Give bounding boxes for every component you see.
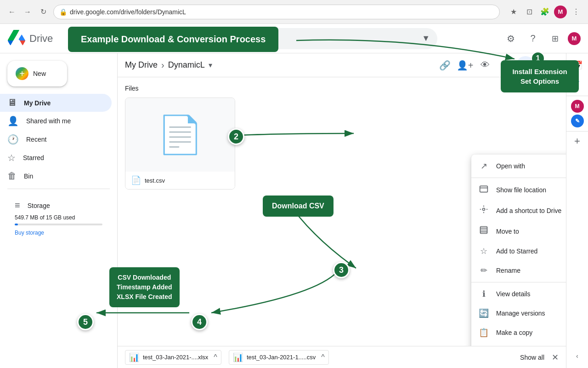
breadcrumb-separator: › (161, 60, 164, 70)
preview-button[interactable]: 👁 (476, 56, 494, 75)
menu-divider-1 (471, 178, 566, 178)
main-content: My Drive › DynamicL ▾ 🔗 👤+ 👁 🗑 ⋮ ⇅ Files (118, 53, 566, 368)
xlsx-icon: 📊 (129, 352, 139, 362)
sidebar-item-my-drive[interactable]: 🖥 My Drive (0, 94, 112, 112)
make-copy-icon: 📋 (479, 328, 489, 338)
open-with-label: Open with (496, 162, 525, 170)
csv-dl-line2: Timestamp Added (117, 282, 172, 292)
manage-versions-label: Manage versions (496, 310, 545, 317)
help-icon[interactable]: ? (524, 29, 542, 48)
xlsx-filename: test_03-Jan-2021-....xlsx (143, 354, 208, 361)
show-all-button[interactable]: Show all (520, 354, 544, 361)
reload-button[interactable]: ↻ (37, 6, 50, 18)
storage-fill (15, 224, 18, 225)
browser-bar: ← → ↻ 🔒 drive.google.com/drive/folders/D… (0, 0, 588, 24)
step-5-badge: 5 (77, 314, 94, 330)
menu-item-add-starred[interactable]: ☆ Add to Starred (471, 242, 566, 261)
forward-button[interactable]: → (21, 6, 34, 18)
svg-point-1 (483, 208, 485, 211)
menu-item-manage-versions[interactable]: 🔄 Manage versions (471, 304, 566, 323)
header-right: ⚙ ? ⊞ M (502, 29, 581, 48)
menu-item-move-to[interactable]: Move to (471, 221, 566, 242)
rp-user-avatar[interactable]: M (571, 100, 584, 113)
add-person-button[interactable]: 👤+ (456, 56, 474, 75)
download-item-xlsx[interactable]: 📊 test_03-Jan-2021-....xlsx ^ (125, 350, 221, 365)
menu-item-add-shortcut[interactable]: Add a shortcut to Drive ? (471, 200, 566, 221)
storage-section: ≡ Storage 549.7 MB of 15 GB used Buy sto… (0, 193, 117, 244)
context-menu: ↗ Open with › Show file location Add a s… (471, 155, 566, 368)
file-card[interactable]: 📄 📄 test.csv (125, 98, 235, 190)
back-button[interactable]: ← (6, 6, 18, 18)
starred-icon: ☆ (7, 152, 16, 163)
drive-toolbar: My Drive › DynamicL ▾ 🔗 👤+ 👁 🗑 ⋮ ⇅ (118, 53, 566, 77)
show-location-label: Show file location (496, 186, 546, 194)
screenshot-icon[interactable]: ⊡ (523, 6, 536, 18)
menu-divider-2 (471, 282, 566, 282)
title-annotation-text: Example Download & Conversion Process (81, 34, 266, 44)
share-link-button[interactable]: 🔗 (435, 56, 454, 75)
file-name-row: 📄 test.csv (125, 172, 235, 189)
rp-divider-middle (566, 131, 588, 132)
address-bar[interactable]: 🔒 drive.google.com/drive/folders/Dynamic… (53, 5, 500, 19)
step-2-badge: 2 (228, 128, 244, 145)
rp-add-icon[interactable]: + (574, 135, 580, 147)
menu-item-view-details[interactable]: ℹ View details (471, 284, 566, 304)
rp-divider-top (566, 96, 588, 96)
bin-icon: 🗑 (7, 171, 17, 181)
bookmark-star-icon[interactable]: ★ (507, 6, 520, 18)
add-shortcut-icon (479, 205, 489, 216)
step-5-number: 5 (83, 317, 88, 327)
my-drive-label: My Drive (24, 99, 51, 107)
sidebar-item-recent[interactable]: 🕐 Recent (0, 130, 112, 149)
move-to-label: Move to (496, 228, 519, 235)
sidebar-item-storage[interactable]: ≡ Storage (7, 196, 104, 214)
step-3-badge: 3 (333, 262, 350, 278)
breadcrumb-current[interactable]: DynamicL (168, 60, 205, 70)
shared-icon: 👤 (7, 115, 19, 126)
file-icon-large: 📄 (157, 113, 203, 156)
close-download-bar-button[interactable]: ✕ (552, 352, 559, 362)
search-dropdown-icon[interactable]: ▼ (422, 34, 430, 43)
my-drive-icon: 🖥 (7, 98, 17, 108)
menu-item-make-copy[interactable]: 📋 Make a copy (471, 323, 566, 342)
bin-label: Bin (24, 172, 33, 180)
breadcrumb-dropdown-icon[interactable]: ▾ (209, 61, 212, 69)
rp-user-avatar-blue[interactable]: ✎ (571, 115, 584, 127)
profile-avatar[interactable]: M (554, 6, 567, 18)
step-4-number: 4 (197, 317, 202, 327)
settings-icon[interactable]: ⚙ (502, 29, 520, 48)
user-avatar[interactable]: M (568, 32, 581, 45)
grid-apps-icon[interactable]: ⊞ (546, 29, 564, 48)
menu-item-open-with[interactable]: ↗ Open with › (471, 156, 566, 176)
step-4-badge: 4 (191, 314, 208, 330)
recent-label: Recent (26, 136, 46, 143)
menu-item-show-location[interactable]: Show file location (471, 180, 566, 200)
menu-item-rename[interactable]: ✏ Rename (471, 261, 566, 280)
recent-icon: 🕐 (7, 134, 19, 145)
sidebar-item-starred[interactable]: ☆ Starred (0, 149, 112, 167)
breadcrumb-root[interactable]: My Drive (125, 60, 158, 70)
file-thumbnail: 📄 (125, 98, 235, 172)
svg-rect-0 (480, 186, 488, 192)
csv-filename: test_03-Jan-2021-1.....csv (247, 354, 316, 361)
storage-label: Storage (28, 202, 50, 209)
step-2-number: 2 (234, 132, 238, 142)
shared-label: Shared with me (26, 117, 71, 125)
csv-icon: 📊 (233, 352, 243, 362)
view-details-label: View details (496, 290, 530, 298)
buy-storage-link[interactable]: Buy storage (15, 230, 44, 236)
sidebar-item-bin[interactable]: 🗑 Bin (0, 167, 112, 185)
csv-chevron-icon[interactable]: ^ (321, 353, 325, 362)
storage-used-text: 549.7 MB of 15 GB used (15, 214, 102, 221)
new-button[interactable]: + New (7, 61, 67, 86)
new-label: New (33, 70, 46, 77)
sidebar-item-shared[interactable]: 👤 Shared with me (0, 112, 112, 130)
csv-dl-line3: XLSX File Created (117, 292, 172, 302)
puzzle-extension-icon[interactable]: 🧩 (538, 6, 551, 18)
xlsx-chevron-icon[interactable]: ^ (214, 353, 217, 362)
rp-expand-icon[interactable]: › (576, 353, 578, 361)
chrome-menu-icon[interactable]: ⋮ (570, 6, 582, 18)
open-with-icon: ↗ (479, 161, 489, 171)
file-name-text: test.csv (145, 177, 165, 184)
download-item-csv[interactable]: 📊 test_03-Jan-2021-1.....csv ^ (229, 350, 329, 365)
